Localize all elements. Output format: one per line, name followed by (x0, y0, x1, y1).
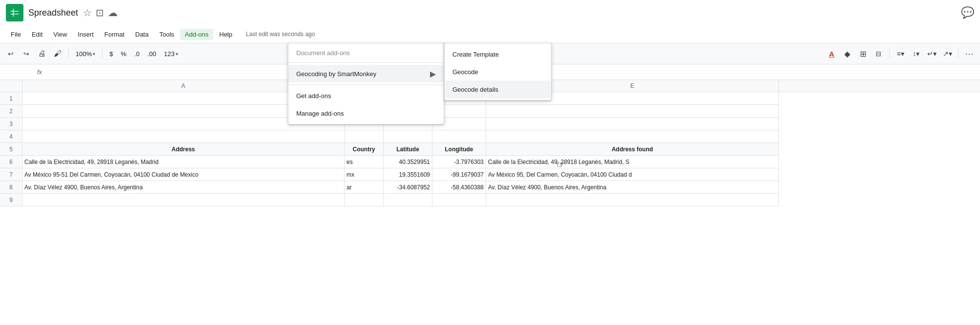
redo-button[interactable]: ↪ (20, 47, 33, 61)
menu-addons[interactable]: Add-ons (180, 29, 213, 40)
cell-e5[interactable]: Address found (486, 143, 779, 156)
cell-c6[interactable]: 40.3529951 (384, 156, 432, 168)
cell-d8[interactable]: -58.4360388 (432, 181, 486, 194)
valign-button[interactable]: ↕▾ (909, 47, 923, 61)
cell-b4[interactable] (345, 130, 384, 143)
cell-e9[interactable] (486, 194, 779, 206)
row-num-9[interactable]: 9 (0, 194, 22, 206)
cell-a6[interactable]: Calle de la Electricidad, 49, 28918 Lega… (22, 156, 345, 168)
fill-color-button[interactable]: ◆ (840, 47, 854, 61)
cell-d9[interactable] (432, 194, 486, 206)
submenu-item-geocode[interactable]: Geocode (445, 63, 551, 81)
app-icon (6, 4, 23, 21)
currency-button[interactable]: $ (106, 49, 116, 59)
cell-d5[interactable]: Longitude (432, 143, 486, 156)
cell-a4[interactable] (22, 130, 345, 143)
table-row: 6 Calle de la Electricidad, 49, 28918 Le… (0, 156, 980, 168)
cell-c5[interactable]: Latitude (384, 143, 432, 156)
dot00-label: .00 (147, 50, 156, 58)
addons-menu-item-geocoding[interactable]: Geocoding by SmartMonkey ▶ (288, 65, 444, 82)
borders-button[interactable]: ⊞ (856, 47, 870, 61)
toolbar-sep-3 (889, 49, 890, 59)
table-row: 3 (0, 118, 980, 130)
submenu-item-geocode-details[interactable]: Geocode details (445, 81, 551, 98)
paint-format-button[interactable]: 🖌 (51, 47, 64, 61)
addons-menu: Document add-ons Geocoding by SmartMonke… (288, 43, 444, 124)
table-row: 8 Av. Díaz Vélez 4900, Buenos Aires, Arg… (0, 181, 980, 194)
dot0-label: .0 (134, 50, 140, 58)
cell-a7[interactable]: Av México 95-51 Del Carmen, Coyoacán, 04… (22, 168, 345, 181)
submenu-item-create-template[interactable]: Create Template (445, 45, 551, 63)
cell-c7[interactable]: 19.3551609 (384, 168, 432, 181)
zoom-value: 100% (76, 50, 92, 58)
menu-view[interactable]: View (48, 29, 72, 40)
decimal-more-button[interactable]: .00 (144, 49, 159, 59)
cell-b9[interactable] (345, 194, 384, 206)
table-row: 2 (0, 105, 980, 118)
cell-b7[interactable]: mx (345, 168, 384, 181)
geocode-details-label: Geocode details (452, 86, 498, 93)
menu-help[interactable]: Help (214, 29, 237, 40)
cell-c8[interactable]: -34.6087952 (384, 181, 432, 194)
folder-icon[interactable]: ⊡ (96, 7, 104, 19)
menu-bar: File Edit View Insert Format Data Tools … (0, 25, 980, 43)
cell-a9[interactable] (22, 194, 345, 206)
more-button[interactable]: ⋯ (962, 47, 976, 61)
cell-b5[interactable]: Country (345, 143, 384, 156)
chevron-right-icon: ▶ (430, 69, 436, 79)
cell-e3[interactable] (486, 118, 779, 130)
row-num-5[interactable]: 5 (0, 143, 22, 156)
percent-button[interactable]: % (118, 49, 129, 59)
cell-d7[interactable]: -99.1679037 (432, 168, 486, 181)
text-color-button[interactable]: A (825, 47, 838, 61)
geocoding-label: Geocoding by SmartMonkey (296, 70, 376, 78)
addons-menu-item-manage[interactable]: Manage add-ons (288, 104, 444, 122)
menu-file[interactable]: File (6, 29, 26, 40)
halign-button[interactable]: ≡▾ (894, 47, 907, 61)
cell-c4[interactable] (384, 130, 432, 143)
menu-data[interactable]: Data (130, 29, 153, 40)
cell-b8[interactable]: ar (345, 181, 384, 194)
decimal-less-button[interactable]: .0 (131, 49, 143, 59)
grid-container: A B C D E 1 2 (0, 80, 980, 325)
cell-e4[interactable] (486, 130, 779, 143)
menu-insert[interactable]: Insert (73, 29, 99, 40)
table-row: 9 (0, 194, 980, 206)
cell-d6[interactable]: -3.7976303 (432, 156, 486, 168)
print-button[interactable]: 🖨 (35, 47, 49, 61)
more-formats-button[interactable]: 123 ▾ (161, 49, 181, 59)
cell-e2[interactable] (486, 105, 779, 118)
row-num-6[interactable]: 6 (0, 156, 22, 168)
cell-d4[interactable] (432, 130, 486, 143)
undo-button[interactable]: ↩ (4, 47, 18, 61)
cell-b6[interactable]: es (345, 156, 384, 168)
cell-c9[interactable] (384, 194, 432, 206)
row-num-3[interactable]: 3 (0, 118, 22, 130)
addons-menu-item-get[interactable]: Get add-ons (288, 87, 444, 104)
menu-tools[interactable]: Tools (154, 29, 179, 40)
toolbar-sep-1 (68, 49, 69, 59)
toolbar-sep-2 (102, 49, 102, 59)
rotate-button[interactable]: ↗▾ (940, 47, 954, 61)
row-num-8[interactable]: 8 (0, 181, 22, 194)
cell-e6[interactable]: Calle de la Electricidad, 49, 28918 Lega… (486, 156, 779, 168)
row-num-7[interactable]: 7 (0, 168, 22, 181)
row-num-4[interactable]: 4 (0, 130, 22, 143)
menu-format[interactable]: Format (100, 29, 129, 40)
star-icon[interactable]: ☆ (83, 7, 92, 19)
merge-button[interactable]: ⊟ (872, 47, 885, 61)
title-bar: Spreadsheet ☆ ⊡ ☁ 💬 (0, 0, 980, 25)
zoom-selector[interactable]: 100% ▾ (73, 49, 98, 59)
cloud-icon[interactable]: ☁ (108, 7, 118, 19)
row-num-2[interactable]: 2 (0, 105, 22, 118)
wrap-button[interactable]: ↵▾ (925, 47, 939, 61)
chat-icon[interactable]: 💬 (961, 6, 974, 19)
grid-wrapper: A B C D E 1 2 (0, 80, 980, 325)
cell-e7[interactable]: Av México 95, Del Carmen, Coyoacán, 0410… (486, 168, 779, 181)
last-edit: Last edit was seconds ago (246, 31, 315, 38)
cell-e8[interactable]: Av. Díaz Vélez 4900, Buenos Aires, Argen… (486, 181, 779, 194)
row-num-1[interactable]: 1 (0, 92, 22, 105)
menu-edit[interactable]: Edit (27, 29, 47, 40)
cell-a5[interactable]: Address (22, 143, 345, 156)
cell-a8[interactable]: Av. Díaz Vélez 4900, Buenos Aires, Argen… (22, 181, 345, 194)
